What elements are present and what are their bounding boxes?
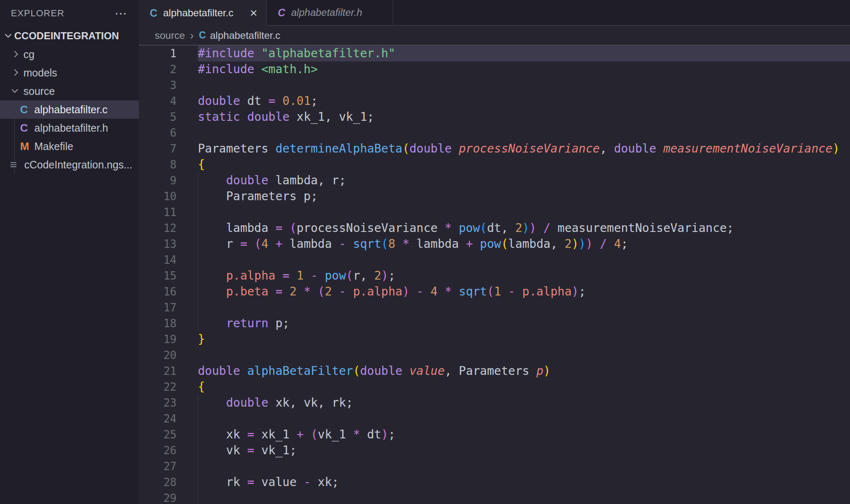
line-number[interactable]: 13 — [139, 236, 198, 252]
code-line[interactable]: 14 — [139, 252, 850, 268]
tab-alphabetafilter-h[interactable]: C alphabetafilter.h — [267, 0, 393, 26]
line-number[interactable]: 6 — [139, 125, 198, 141]
sidebar-item-alphabetafilter-c[interactable]: C alphabetafilter.c — [0, 100, 139, 119]
code-line[interactable]: 26 vk = vk_1; — [139, 443, 850, 458]
code-text[interactable]: double alphaBetaFilter(double value, Par… — [198, 363, 850, 379]
code-text[interactable] — [198, 252, 850, 268]
line-number[interactable]: 7 — [139, 141, 198, 157]
code-line[interactable]: 28 rk = value - xk; — [139, 474, 850, 490]
code-text[interactable]: p.beta = 2 * (2 - p.alpha) - 4 * sqrt(1 … — [198, 284, 850, 300]
code-line[interactable]: 4double dt = 0.01; — [139, 93, 850, 109]
close-icon[interactable]: × — [250, 7, 257, 19]
code-text[interactable]: return p; — [198, 316, 850, 331]
code-line[interactable]: 13 r = (4 + lambda - sqrt(8 * lambda + p… — [139, 236, 850, 252]
code-text[interactable]: Parameters determineAlphaBeta(double pro… — [198, 141, 850, 157]
sidebar-item-alphabetafilter-h[interactable]: C alphabetafilter.h — [0, 119, 139, 137]
sidebar-item-cg[interactable]: cg — [0, 45, 139, 64]
code-text[interactable] — [198, 125, 850, 141]
line-number[interactable]: 16 — [139, 284, 198, 300]
code-line[interactable]: 1#include "alphabetafilter.h" — [139, 46, 850, 61]
line-number[interactable]: 20 — [139, 347, 198, 363]
line-number[interactable]: 15 — [139, 268, 198, 284]
line-number[interactable]: 8 — [139, 157, 198, 173]
sidebar-item-ccodeintegration-ngspice[interactable]: ≡ cCodeIntegration.ngs... — [0, 155, 139, 174]
code-line[interactable]: 21double alphaBetaFilter(double value, P… — [139, 363, 850, 379]
line-number[interactable]: 28 — [139, 474, 198, 490]
workspace-root-folder[interactable]: CCODEINTEGRATION — [0, 27, 139, 45]
code-editor[interactable]: 1#include "alphabetafilter.h"2#include <… — [139, 46, 850, 504]
sidebar-item-models[interactable]: models — [0, 64, 139, 82]
line-number[interactable]: 18 — [139, 316, 198, 331]
line-number[interactable]: 3 — [139, 77, 198, 93]
code-text[interactable]: xk = xk_1 + (vk_1 * dt); — [198, 427, 850, 443]
breadcrumb-file[interactable]: alphabetafilter.c — [210, 30, 280, 41]
more-actions-icon[interactable]: ⋯ — [115, 7, 127, 20]
code-line[interactable]: 8{ — [139, 157, 850, 173]
code-line[interactable]: 16 p.beta = 2 * (2 - p.alpha) - 4 * sqrt… — [139, 284, 850, 300]
code-text[interactable]: lambda = (processNoiseVariance * pow(dt,… — [198, 220, 850, 236]
code-text[interactable] — [198, 204, 850, 220]
code-line[interactable]: 9 double lambda, r; — [139, 173, 850, 188]
code-text[interactable] — [198, 490, 850, 504]
code-line[interactable]: 27 — [139, 458, 850, 474]
line-number[interactable]: 29 — [139, 490, 198, 504]
code-line[interactable]: 29 — [139, 490, 850, 504]
line-number[interactable]: 10 — [139, 188, 198, 204]
code-text[interactable]: double xk, vk, rk; — [198, 395, 850, 411]
sidebar-item-source[interactable]: source — [0, 82, 139, 100]
code-line[interactable]: 11 — [139, 204, 850, 220]
line-number[interactable]: 1 — [139, 46, 198, 61]
code-text[interactable]: vk = vk_1; — [198, 443, 850, 458]
breadcrumb-folder[interactable]: source — [155, 30, 185, 41]
code-text[interactable]: #include "alphabetafilter.h" — [198, 46, 850, 61]
code-text[interactable] — [198, 300, 850, 316]
line-number[interactable]: 2 — [139, 61, 198, 77]
line-number[interactable]: 4 — [139, 93, 198, 109]
code-line[interactable]: 18 return p; — [139, 316, 850, 331]
line-number[interactable]: 17 — [139, 300, 198, 316]
code-text[interactable]: rk = value - xk; — [198, 474, 850, 490]
line-number[interactable]: 19 — [139, 331, 198, 347]
code-line[interactable]: 23 double xk, vk, rk; — [139, 395, 850, 411]
code-text[interactable]: } — [198, 331, 850, 347]
code-line[interactable]: 6 — [139, 125, 850, 141]
code-line[interactable]: 19} — [139, 331, 850, 347]
code-line[interactable]: 10 Parameters p; — [139, 188, 850, 204]
code-text[interactable] — [198, 347, 850, 363]
code-text[interactable]: { — [198, 157, 850, 173]
line-number[interactable]: 23 — [139, 395, 198, 411]
code-line[interactable]: 2#include <math.h> — [139, 61, 850, 77]
code-text[interactable]: r = (4 + lambda - sqrt(8 * lambda + pow(… — [198, 236, 850, 252]
line-number[interactable]: 21 — [139, 363, 198, 379]
sidebar-item-makefile[interactable]: M Makefile — [0, 137, 139, 155]
code-line[interactable]: 7Parameters determineAlphaBeta(double pr… — [139, 141, 850, 157]
code-line[interactable]: 20 — [139, 347, 850, 363]
code-line[interactable]: 17 — [139, 300, 850, 316]
code-text[interactable] — [198, 411, 850, 427]
line-number[interactable]: 27 — [139, 458, 198, 474]
line-number[interactable]: 14 — [139, 252, 198, 268]
line-number[interactable]: 9 — [139, 173, 198, 188]
code-text[interactable]: double lambda, r; — [198, 173, 850, 188]
code-text[interactable]: double dt = 0.01; — [198, 93, 850, 109]
code-text[interactable] — [198, 458, 850, 474]
code-text[interactable]: Parameters p; — [198, 188, 850, 204]
code-line[interactable]: 5static double xk_1, vk_1; — [139, 109, 850, 125]
line-number[interactable]: 11 — [139, 204, 198, 220]
code-line[interactable]: 15 p.alpha = 1 - pow(r, 2); — [139, 268, 850, 284]
line-number[interactable]: 25 — [139, 427, 198, 443]
code-line[interactable]: 12 lambda = (processNoiseVariance * pow(… — [139, 220, 850, 236]
code-line[interactable]: 24 — [139, 411, 850, 427]
line-number[interactable]: 26 — [139, 443, 198, 458]
line-number[interactable]: 5 — [139, 109, 198, 125]
line-number[interactable]: 12 — [139, 220, 198, 236]
code-text[interactable] — [198, 77, 850, 93]
tab-alphabetafilter-c[interactable]: C alphabetafilter.c × — [139, 0, 267, 26]
code-line[interactable]: 25 xk = xk_1 + (vk_1 * dt); — [139, 427, 850, 443]
line-number[interactable]: 24 — [139, 411, 198, 427]
line-number[interactable]: 22 — [139, 379, 198, 395]
code-text[interactable]: static double xk_1, vk_1; — [198, 109, 850, 125]
code-text[interactable]: p.alpha = 1 - pow(r, 2); — [198, 268, 850, 284]
code-line[interactable]: 22{ — [139, 379, 850, 395]
code-text[interactable]: { — [198, 379, 850, 395]
